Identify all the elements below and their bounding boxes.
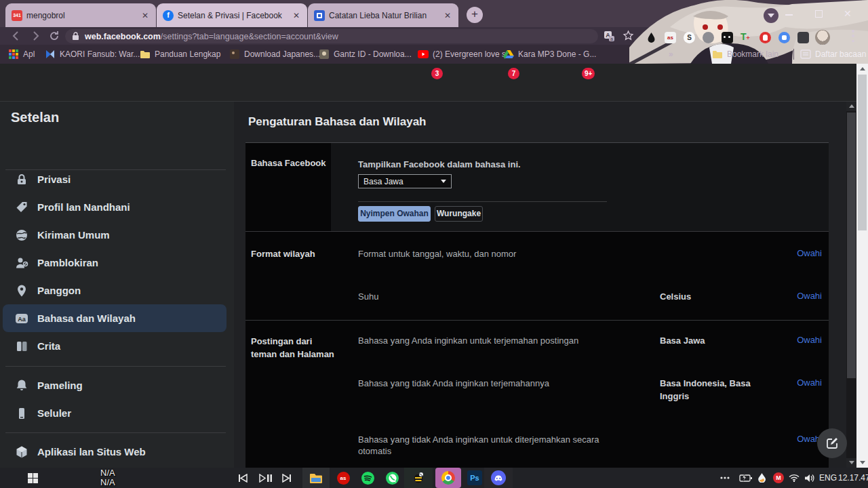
sidebar-item-aplikasi[interactable]: Aplikasi lan Situs Web bbox=[3, 438, 226, 466]
scroll-up-arrow[interactable] bbox=[846, 102, 856, 111]
sidebar-item-kiriman-umum[interactable]: Kiriman Umum bbox=[3, 221, 226, 249]
tray-overflow-button[interactable] bbox=[717, 468, 732, 488]
bookmark-panduan[interactable]: Panduan Lengkap bbox=[140, 47, 220, 61]
extension-blue-icon[interactable] bbox=[778, 32, 790, 43]
sidebar-item-pameling[interactable]: Pameling bbox=[3, 371, 226, 399]
save-button[interactable]: Nyimpen Owahan bbox=[358, 206, 431, 222]
media-play-pause-button[interactable] bbox=[255, 468, 277, 488]
tab-catatan[interactable]: Catatan Lieba Natur Brilian ✕ bbox=[308, 3, 458, 27]
translate-icon[interactable]: Aa bbox=[604, 30, 615, 42]
change-link[interactable]: Owahi bbox=[774, 378, 822, 388]
extension-hand-icon[interactable] bbox=[760, 32, 771, 43]
sidebar-item-crita[interactable]: Crita bbox=[3, 332, 226, 360]
tab-close-icon[interactable]: ✕ bbox=[291, 10, 302, 21]
bookmark-apps[interactable]: Apl bbox=[8, 47, 35, 61]
bookmark-gantz[interactable]: Gantz ID - Downloa... bbox=[319, 47, 412, 61]
sidebar-item-seluler[interactable]: Seluler bbox=[3, 399, 226, 427]
wifi-tray-icon[interactable] bbox=[786, 468, 802, 488]
forward-icon[interactable] bbox=[30, 30, 41, 41]
browser-chrome: 341 mengobrol ✕ f Setelan & Privasi | Fa… bbox=[0, 0, 868, 64]
bell-icon bbox=[15, 379, 28, 392]
facebook-favicon: f bbox=[163, 10, 174, 21]
window-minimize-button[interactable] bbox=[785, 14, 793, 16]
bee-app-taskbar-button[interactable] bbox=[404, 468, 433, 488]
scrollbar-thumb[interactable] bbox=[858, 75, 867, 230]
reload-icon[interactable] bbox=[49, 30, 60, 41]
bookmarks-overflow-chevron[interactable]: » bbox=[669, 47, 673, 61]
sidebar-item-profil[interactable]: Profil lan Nandhani bbox=[3, 193, 226, 221]
discord-taskbar-button[interactable] bbox=[484, 468, 513, 488]
whatsapp-taskbar-button[interactable] bbox=[381, 468, 403, 488]
settings-table: Bahasa Facebook Tampilkan Facebook dalam… bbox=[245, 143, 829, 468]
file-explorer-icon bbox=[309, 472, 323, 484]
extension-t-plus-icon[interactable]: T+ bbox=[741, 31, 752, 43]
window-maximize-button[interactable] bbox=[815, 10, 823, 18]
address-bar[interactable]: web.facebook.com/settings?tab=language&s… bbox=[65, 29, 598, 43]
sidebar-item-privasi[interactable]: Privasi bbox=[3, 165, 226, 193]
spotify-taskbar-button[interactable] bbox=[357, 468, 378, 488]
battery-icon bbox=[739, 474, 752, 482]
ellipsis-icon bbox=[720, 476, 730, 479]
scroll-up-arrow[interactable] bbox=[860, 67, 865, 70]
other-bookmarks-folder[interactable]: Bookmark lain bbox=[712, 47, 778, 61]
start-button[interactable] bbox=[19, 468, 46, 488]
globe-icon bbox=[15, 228, 28, 242]
tab-close-icon[interactable]: ✕ bbox=[140, 10, 151, 21]
bookmark-download-japanese[interactable]: Download Japanes... bbox=[229, 47, 320, 61]
tab-title: Catatan Lieba Natur Brilian bbox=[329, 11, 438, 20]
mega-tray-icon[interactable]: M bbox=[770, 468, 787, 488]
extension-as-icon[interactable]: as bbox=[665, 32, 676, 43]
tab-close-icon[interactable]: ✕ bbox=[442, 10, 453, 21]
bookmark-kara-drive[interactable]: Kara MP3 Done - G... bbox=[503, 47, 596, 61]
divider bbox=[5, 432, 226, 433]
scroll-down-arrow[interactable] bbox=[846, 458, 856, 468]
extension-s-icon[interactable]: S bbox=[684, 32, 695, 43]
extension-drop-icon[interactable] bbox=[646, 32, 657, 43]
bookmark-kaori[interactable]: KAORI Fansub: War... bbox=[45, 47, 140, 61]
extension-gray-icon[interactable] bbox=[703, 32, 714, 43]
sidebar-item-bahasa-dan-wilayah[interactable]: Aa Bahasa dan Wilayah bbox=[3, 304, 226, 332]
tab-mengobrol[interactable]: 341 mengobrol ✕ bbox=[5, 3, 156, 27]
drop-tray-icon[interactable] bbox=[754, 468, 769, 488]
taskbar: as Ps bbox=[0, 468, 868, 488]
tray-clock[interactable]: 12.17.47 bbox=[838, 473, 868, 483]
battery-tray-icon[interactable] bbox=[736, 468, 754, 488]
google-drive-icon bbox=[503, 49, 514, 60]
bookmark-star-icon[interactable] bbox=[623, 30, 634, 41]
setting-row-value: Basa Indonesia, Basa Inggris bbox=[660, 377, 762, 403]
sidebar-item-pamblokiran[interactable]: Pamblokiran bbox=[3, 249, 226, 277]
language-select[interactable]: Basa Jawa bbox=[358, 174, 452, 188]
change-link[interactable]: Owahi bbox=[774, 248, 822, 258]
lastfm-taskbar-button[interactable]: as bbox=[332, 468, 354, 488]
tab-facebook-settings[interactable]: f Setelan & Privasi | Facebook ✕ bbox=[157, 3, 307, 27]
scrollbar-thumb[interactable] bbox=[847, 113, 856, 378]
extension-panda-icon[interactable] bbox=[722, 32, 733, 43]
cancel-button[interactable]: Wurungake bbox=[435, 206, 483, 222]
browser-menu-kebab-icon[interactable] bbox=[852, 30, 854, 42]
spotify-icon bbox=[361, 472, 374, 485]
reading-list-button[interactable]: Daftar bacaan bbox=[800, 47, 866, 61]
photoshop-taskbar-button[interactable]: Ps bbox=[464, 468, 486, 488]
language-aa-icon: Aa bbox=[15, 312, 28, 325]
browser-scrollbar[interactable] bbox=[856, 64, 868, 468]
volume-tray-icon[interactable] bbox=[802, 468, 818, 488]
media-next-button[interactable] bbox=[277, 468, 296, 488]
extension-dark-icon[interactable] bbox=[797, 32, 809, 43]
file-explorer-taskbar-button[interactable] bbox=[302, 468, 330, 488]
media-previous-button[interactable] bbox=[233, 468, 252, 488]
new-tab-button[interactable]: + bbox=[467, 7, 483, 23]
content-scrollbar[interactable] bbox=[846, 102, 856, 468]
sidebar-item-panggon[interactable]: Panggon bbox=[3, 277, 226, 304]
chrome-taskbar-button[interactable] bbox=[435, 468, 461, 488]
bookmark-evergreen[interactable]: (2) Evergreen love s... bbox=[418, 47, 513, 61]
change-link[interactable]: Owahi bbox=[774, 291, 822, 301]
tray-language[interactable]: ENG bbox=[819, 473, 837, 483]
change-link[interactable]: Owahi bbox=[774, 434, 822, 444]
change-link[interactable]: Owahi bbox=[774, 335, 822, 345]
scroll-down-arrow[interactable] bbox=[856, 458, 868, 467]
back-icon[interactable] bbox=[11, 30, 22, 41]
tab-search-button[interactable] bbox=[764, 8, 778, 23]
window-close-button[interactable]: ✕ bbox=[844, 8, 852, 19]
edit-fab-button[interactable] bbox=[817, 428, 847, 458]
browser-profile-avatar[interactable] bbox=[815, 30, 830, 45]
